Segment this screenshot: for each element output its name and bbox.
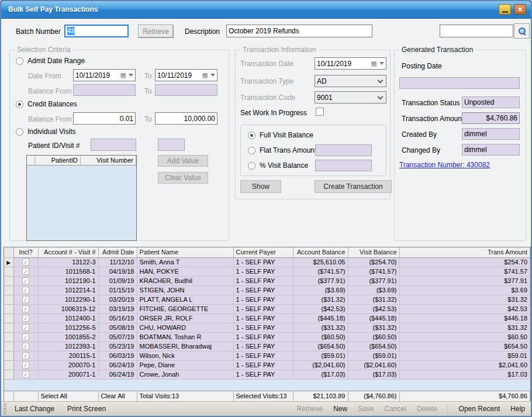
- current-row-indicator[interactable]: ▶: [4, 257, 13, 267]
- include-checkbox[interactable]: ✓: [22, 296, 29, 303]
- table-row[interactable]: ✓1012190-101/09/19KRACHER, Budhil1 - SEL…: [4, 276, 530, 285]
- select-all-button[interactable]: Select All: [38, 391, 98, 401]
- description-input[interactable]: October 2019 Refunds: [226, 25, 372, 37]
- account-link[interactable]: 1012393-1: [38, 342, 98, 351]
- table-row[interactable]: ✓200071-106/24/19Crowe, Jonah1 - SELF PA…: [4, 370, 530, 379]
- include-checkbox[interactable]: ✓: [22, 343, 29, 350]
- search-input[interactable]: [440, 25, 513, 37]
- include-cell[interactable]: ✓: [13, 295, 38, 304]
- row-selector[interactable]: [4, 332, 13, 342]
- pct-visit-balance-radio[interactable]: [248, 162, 255, 170]
- include-cell[interactable]: ✓: [13, 304, 38, 313]
- grid-column-header[interactable]: Admit Date: [98, 247, 137, 257]
- individual-visits-radio[interactable]: [16, 128, 23, 136]
- grid-column-header[interactable]: Current Payer: [233, 247, 293, 257]
- table-row[interactable]: ✓1012400-105/16/19ORSER JR, ROLF1 - SELF…: [4, 313, 530, 323]
- close-button[interactable]: ✕: [514, 4, 526, 15]
- date-from-input[interactable]: 10/11/2019 ▦: [73, 69, 136, 81]
- include-cell[interactable]: ✓: [13, 285, 38, 295]
- include-checkbox[interactable]: ✓: [22, 315, 29, 322]
- include-checkbox[interactable]: ✓: [22, 305, 29, 312]
- search-button[interactable]: [514, 23, 530, 39]
- table-row[interactable]: ✓1012256-505/08/19CHU, HOWARD1 - SELF PA…: [4, 323, 530, 332]
- include-checkbox[interactable]: ✓: [22, 371, 29, 378]
- table-row[interactable]: ▶✓13122-311/12/10Smith, Anna T1 - SELF P…: [4, 257, 530, 267]
- admit-date-range-radio[interactable]: [16, 57, 23, 65]
- transaction-date-input[interactable]: 10/11/2019 ▦: [315, 57, 386, 70]
- set-wip-checkbox[interactable]: [316, 108, 324, 116]
- account-link[interactable]: 1012256-5: [38, 323, 98, 332]
- flat-trans-amount-radio[interactable]: [248, 147, 255, 154]
- include-cell[interactable]: ✓: [13, 351, 38, 360]
- row-selector[interactable]: [4, 370, 13, 379]
- include-cell[interactable]: ✓: [13, 257, 38, 267]
- include-cell[interactable]: ✓: [13, 313, 38, 323]
- include-cell[interactable]: ✓: [13, 276, 38, 285]
- batch-number-input[interactable]: 48: [64, 25, 129, 37]
- account-link[interactable]: 200115-1: [38, 351, 98, 360]
- include-cell[interactable]: ✓: [13, 370, 38, 379]
- grid-column-header[interactable]: Incl?: [13, 247, 38, 257]
- show-button[interactable]: Show: [240, 180, 281, 193]
- include-checkbox[interactable]: ✓: [22, 277, 29, 284]
- table-row[interactable]: ✓1012214-101/15/19STIGEN, JOHN1 - SELF P…: [4, 285, 530, 295]
- account-link[interactable]: 1012214-1: [38, 285, 98, 295]
- new-button[interactable]: New: [333, 405, 347, 413]
- minimize-button[interactable]: [499, 4, 511, 15]
- grid-column-header[interactable]: Patient Name: [137, 247, 233, 257]
- row-selector[interactable]: [4, 304, 13, 313]
- account-link[interactable]: 1011568-1: [38, 267, 98, 276]
- patient-visit-list[interactable]: PatientID Visit Number: [26, 155, 137, 241]
- account-link[interactable]: 1012190-1: [38, 276, 98, 285]
- include-checkbox[interactable]: ✓: [22, 361, 29, 368]
- transaction-type-select[interactable]: AD: [315, 75, 386, 87]
- row-selector[interactable]: [4, 285, 13, 295]
- include-checkbox[interactable]: ✓: [22, 268, 29, 275]
- date-to-input[interactable]: 10/11/2019 ▦: [155, 69, 217, 81]
- account-link[interactable]: 200070-1: [38, 360, 98, 370]
- table-row[interactable]: ✓200070-106/24/19Pepe, Diane1 - SELF PAY…: [4, 360, 530, 370]
- include-checkbox[interactable]: ✓: [22, 333, 29, 340]
- credit-balance-to-input[interactable]: 10,000.00: [155, 112, 217, 125]
- print-screen-button[interactable]: Print Screen: [67, 405, 106, 413]
- transaction-code-select[interactable]: 9001: [315, 91, 386, 104]
- transaction-number-link[interactable]: Transaction Number: 430082: [399, 161, 490, 169]
- include-cell[interactable]: ✓: [13, 267, 38, 276]
- full-visit-balance-radio[interactable]: [248, 132, 255, 139]
- open-recent-button[interactable]: Open Recent: [459, 405, 500, 413]
- table-row[interactable]: ✓1011568-104/19/18HAN, POKYE1 - SELF PAY…: [4, 267, 530, 276]
- last-change-button[interactable]: Last Change: [15, 405, 54, 413]
- create-transaction-button[interactable]: Create Transaction: [315, 180, 392, 193]
- grid-column-header[interactable]: Trans Amount: [399, 247, 530, 257]
- table-row[interactable]: ✓1001855-205/07/19BOATMAN, Toshan R1 - S…: [4, 332, 530, 342]
- row-selector[interactable]: [4, 295, 13, 304]
- include-cell[interactable]: ✓: [13, 360, 38, 370]
- include-checkbox[interactable]: ✓: [22, 287, 29, 294]
- row-selector[interactable]: [4, 342, 13, 351]
- credit-balances-radio[interactable]: [16, 101, 23, 108]
- row-selector[interactable]: [4, 313, 13, 323]
- row-selector[interactable]: [4, 351, 13, 360]
- account-link[interactable]: 1006319-12: [38, 304, 98, 313]
- include-cell[interactable]: ✓: [13, 342, 38, 351]
- account-link[interactable]: 200071-1: [38, 370, 98, 379]
- table-row[interactable]: ✓1006319-1203/19/19FITCHIE, GEORGETTE1 -…: [4, 304, 530, 313]
- transactions-grid[interactable]: Incl?Account # - Visit #Admit DatePatien…: [4, 247, 531, 402]
- help-button[interactable]: Help: [510, 405, 525, 413]
- row-selector[interactable]: [4, 276, 13, 285]
- table-row[interactable]: ✓1012290-103/20/19PLATT, ANGELA L1 - SEL…: [4, 295, 530, 304]
- grid-column-header[interactable]: Account Balance: [293, 247, 348, 257]
- row-selector[interactable]: [4, 323, 13, 332]
- include-checkbox[interactable]: ✓: [22, 259, 29, 266]
- account-link[interactable]: 1001855-2: [38, 332, 98, 342]
- credit-balance-from-input[interactable]: 0.01: [73, 112, 136, 125]
- include-cell[interactable]: ✓: [13, 323, 38, 332]
- table-row[interactable]: ✓200115-106/03/19Wilson, Nick1 - SELF PA…: [4, 351, 530, 360]
- include-checkbox[interactable]: ✓: [22, 324, 29, 331]
- clear-all-button[interactable]: Clear All: [98, 391, 137, 401]
- row-selector[interactable]: [4, 360, 13, 370]
- include-cell[interactable]: ✓: [13, 332, 38, 342]
- grid-column-header[interactable]: Visit Balance: [348, 247, 399, 257]
- grid-column-header[interactable]: Account # - Visit #: [38, 247, 98, 257]
- account-link[interactable]: 1012290-1: [38, 295, 98, 304]
